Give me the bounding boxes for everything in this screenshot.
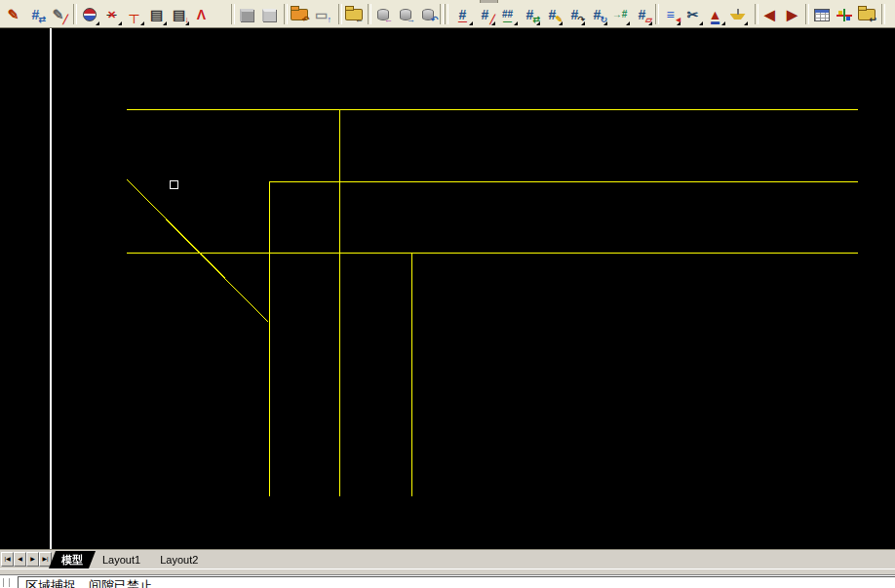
toolbar-button-dim-baseline[interactable]: #— bbox=[451, 3, 474, 26]
sheet-tab-model[interactable]: 模型 bbox=[49, 551, 96, 568]
toolbar-button-open-drawing-folder[interactable]: ↶ bbox=[288, 3, 310, 26]
toolbar-group-2: ─✕┬▤▤↓Λ bbox=[78, 3, 213, 26]
toolbar-group-9: ◀▶ bbox=[759, 3, 803, 26]
toolbar-button-paint-sphere[interactable] bbox=[78, 3, 100, 26]
toolbar-button-renumber[interactable]: #⇄ bbox=[24, 3, 47, 26]
open-drawing-folder-icon bbox=[292, 10, 307, 20]
toolbar-button-erase-sketch[interactable]: ✎╱ bbox=[47, 3, 69, 26]
statusbar-band bbox=[0, 568, 895, 575]
paste-block-icon: ▭ bbox=[315, 8, 328, 21]
dim-move-icon: # bbox=[526, 8, 534, 21]
drawing-canvas[interactable] bbox=[0, 28, 895, 549]
db-export-icon bbox=[400, 9, 411, 20]
color-grid-icon bbox=[837, 9, 852, 21]
toolbar-button-boat[interactable] bbox=[726, 3, 749, 26]
toolbar-button-dim-convert[interactable]: →# bbox=[608, 3, 631, 26]
toolbar-button-sketch-pencil[interactable]: ✎ bbox=[2, 3, 24, 26]
db-import-icon bbox=[377, 9, 389, 20]
dim-hook-icon: # bbox=[571, 8, 579, 21]
dim-update-accent-icon: ↻ bbox=[600, 16, 607, 24]
toolbar-button-nav-prev[interactable]: ◀ bbox=[759, 3, 781, 26]
toolbar-group-7: #—#╱##—#⇄#✎#↷#↻→##▱ bbox=[451, 3, 653, 26]
toolbar-button-nav-next[interactable]: ▶ bbox=[781, 3, 803, 26]
folder-back-icon bbox=[346, 10, 362, 20]
toolbar-button-dim-update[interactable]: #↻ bbox=[586, 3, 608, 26]
toolbar-group-4: ↶▭↑ bbox=[288, 3, 332, 26]
dim-align-icon: # bbox=[482, 8, 489, 21]
toolbar-button-row-table[interactable]: ▤ bbox=[145, 3, 168, 26]
toolbar-button-dim-double[interactable]: ##— bbox=[496, 3, 519, 26]
toolbar-button-pliers[interactable]: Λ bbox=[190, 3, 213, 26]
toolbar-group-5: ← bbox=[342, 3, 365, 26]
renumber-icon: # bbox=[32, 8, 40, 21]
panel-grip-icon[interactable] bbox=[3, 578, 10, 587]
erase-sketch-icon: ✎ bbox=[53, 8, 64, 21]
toolbar: ✎#⇄✎╱─✕┬▤▤↓Λ↶▭↑←←→↶#—#╱##—#⇄#✎#↷#↻→##▱≡◂… bbox=[0, 0, 895, 28]
dim-align-accent-icon: ╱ bbox=[490, 16, 495, 24]
toolbar-button-cut-cross[interactable]: ✂ bbox=[681, 3, 704, 26]
toolbar-group-3 bbox=[235, 3, 280, 26]
toolbar-button-dim-align[interactable]: #╱ bbox=[474, 3, 496, 26]
toolbar-button-table[interactable] bbox=[810, 3, 833, 26]
tab-nav-next-button[interactable]: ▶ bbox=[26, 552, 39, 567]
tab-navigation: |◀◀▶▶| bbox=[1, 552, 52, 567]
toolbar-separator bbox=[73, 4, 77, 24]
toolbar-button-dim-hook[interactable]: #↷ bbox=[564, 3, 586, 26]
command-line-area[interactable]: 区域捕捉，间隙已禁止 bbox=[0, 575, 895, 588]
renumber-accent-icon: ⇄ bbox=[38, 16, 46, 24]
toolbar-button-folder-back[interactable]: ← bbox=[342, 3, 365, 26]
cut-cross-icon: ✂ bbox=[687, 8, 699, 21]
box-3d-light-icon bbox=[262, 9, 276, 21]
box-3d-dark-icon bbox=[240, 9, 253, 21]
toolbar-button-dim-erase[interactable]: #▱ bbox=[631, 3, 653, 26]
toolbar-button-align-mark[interactable]: ▲▬ bbox=[704, 3, 726, 26]
tab-nav-prev-button[interactable]: ◀ bbox=[14, 552, 26, 567]
drawing-layer bbox=[0, 28, 895, 549]
sheet-tab-layout1[interactable]: Layout1 bbox=[90, 552, 153, 568]
command-line-panel[interactable]: 区域捕捉，间隙已禁止 bbox=[18, 576, 895, 588]
dim-double-icon: ## bbox=[502, 10, 513, 20]
toolbar-button-paste-block[interactable]: ▭↑ bbox=[310, 3, 332, 26]
dim-edit-accent-icon: ✎ bbox=[555, 16, 563, 24]
toolbar-button-color-grid[interactable] bbox=[833, 3, 855, 26]
color-dots-icon bbox=[838, 11, 842, 15]
dim-erase-accent-icon: ▱ bbox=[645, 16, 652, 24]
pliers-icon: Λ bbox=[197, 8, 206, 21]
dim-update-icon: # bbox=[594, 8, 602, 21]
toolbar-separator bbox=[440, 4, 444, 24]
boat-icon bbox=[730, 9, 746, 20]
nav-prev-icon: ◀ bbox=[764, 8, 775, 21]
dim-convert-icon: →# bbox=[612, 10, 628, 20]
row-export-icon: ▤ bbox=[173, 8, 185, 21]
sheet-tabs: 模型Layout1Layout2 bbox=[55, 551, 211, 568]
tee-pin-icon: ┬ bbox=[130, 8, 139, 21]
sheet-tab-bar: |◀◀▶▶| 模型Layout1Layout2 bbox=[0, 549, 895, 568]
toolbar-button-batch-list[interactable]: ≡◂ bbox=[659, 3, 681, 26]
tab-nav-first-button[interactable]: |◀ bbox=[1, 552, 14, 567]
dim-baseline-icon: # bbox=[459, 8, 467, 21]
toolbar-button-box-3d-dark[interactable] bbox=[235, 3, 257, 26]
toolbar-separator bbox=[805, 4, 809, 24]
toolbar-button-dim-edit[interactable]: #✎ bbox=[541, 3, 564, 26]
tab-nav-last-button[interactable]: ▶| bbox=[39, 552, 52, 567]
drawing-line-diagonal-line[interactable] bbox=[127, 179, 268, 322]
toolbar-button-break-line[interactable]: ─✕ bbox=[100, 3, 123, 26]
break-line-icon: ─ bbox=[107, 8, 117, 21]
sketch-pencil-icon: ✎ bbox=[8, 8, 19, 21]
dim-move-accent-icon: ⇄ bbox=[532, 16, 540, 24]
sheet-tab-layout2[interactable]: Layout2 bbox=[147, 552, 211, 568]
toolbar-button-tee-pin[interactable]: ┬ bbox=[123, 3, 145, 26]
row-table-icon: ▤ bbox=[150, 8, 163, 21]
batch-list-icon: ≡ bbox=[666, 8, 674, 21]
toolbar-button-box-3d-light[interactable] bbox=[257, 3, 280, 26]
toolbar-separator bbox=[881, 4, 885, 24]
toolbar-button-row-export[interactable]: ▤↓ bbox=[168, 3, 190, 26]
paste-block-accent-icon: ↑ bbox=[328, 16, 332, 24]
toolbar-button-db-export[interactable]: → bbox=[394, 3, 416, 26]
toolbar-button-folder-route[interactable]: ↩ bbox=[855, 3, 877, 26]
table-icon bbox=[814, 9, 830, 21]
dim-hook-accent-icon: ↷ bbox=[577, 16, 585, 24]
toolbar-button-db-import[interactable]: ← bbox=[371, 3, 394, 26]
toolbar-button-dim-move[interactable]: #⇄ bbox=[519, 3, 541, 26]
toolbar-button-db-undo[interactable]: ↶ bbox=[416, 3, 439, 26]
